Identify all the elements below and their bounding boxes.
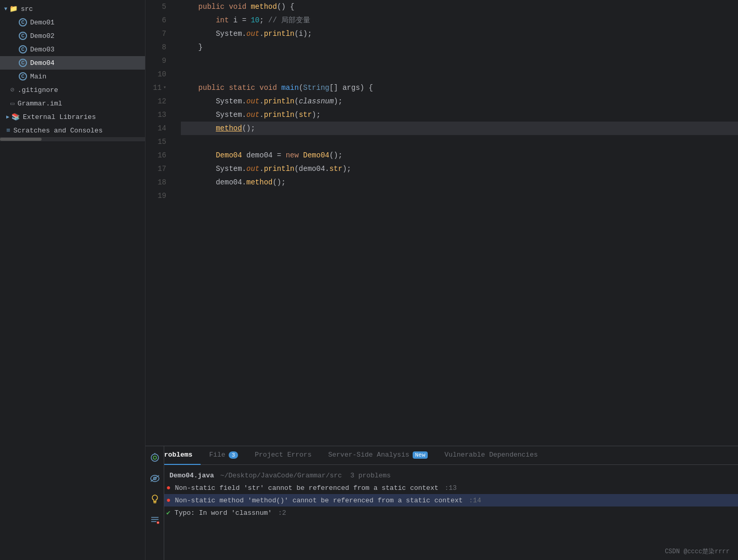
sidebar-item-scratches[interactable]: ≡ Scratches and Consoles <box>0 124 145 137</box>
problems-content: C Demo04.java ~/Desktop/JavaCode/Grammar… <box>146 465 738 523</box>
line-num-11: ▶ 11 ▾ <box>146 81 170 95</box>
line-num-12: 12 <box>146 95 170 108</box>
bulb-icon[interactable] <box>148 492 162 506</box>
problem-count: 3 problems <box>350 472 391 479</box>
tab-server-side[interactable]: Server-Side Analysis New <box>320 446 436 465</box>
tab-vulnerable[interactable]: Vulnerable Dependencies <box>436 446 546 465</box>
sidebar-item-label: Grammar.iml <box>18 100 62 108</box>
file-badge: 3 <box>229 451 239 459</box>
code-line-15 <box>181 135 738 149</box>
code-line-17: System.out.println(demo04.str); <box>181 162 738 176</box>
line-numbers: 5 6 7 8 9 10 ▶ 11 ▾ 12 13 14 15 16 <box>146 0 177 446</box>
sidebar-item-demo01[interactable]: C Demo01 <box>0 16 145 29</box>
problem-row-1[interactable]: ● Non-static field 'str' cannot be refer… <box>146 482 738 494</box>
sidebar-item-label: .gitignore <box>18 86 58 94</box>
sidebar-item-label: Demo01 <box>30 19 55 26</box>
sidebar-item-label: External Libraries <box>23 113 96 121</box>
file-name: Demo04.java <box>169 472 214 479</box>
credit: CSDN @cccc楚染rrrr <box>665 547 730 556</box>
code-line-11: public static void main(String[] args) { <box>181 81 738 95</box>
typo-icon: ✔ <box>166 509 170 517</box>
class-icon: C <box>19 18 27 26</box>
problem-text-1: Non-static field 'str' cannot be referen… <box>175 484 438 492</box>
sidebar-scrollbar[interactable] <box>0 137 145 141</box>
sidebar-item-label: Scratches and Consoles <box>14 127 103 135</box>
sidebar-item-label: Demo03 <box>30 46 55 54</box>
line-num-7: 7 <box>146 27 170 41</box>
code-line-14: method(); <box>181 122 738 135</box>
sidebar-item-demo02[interactable]: C Demo02 <box>0 29 145 43</box>
line-num-9: 9 <box>146 54 170 68</box>
eye-icon[interactable] <box>148 471 162 486</box>
expand-icon: ▶ <box>6 114 9 120</box>
file-row: C Demo04.java ~/Desktop/JavaCode/Grammar… <box>146 469 738 482</box>
code-line-6: int i = 10; // 局部变量 <box>181 14 738 27</box>
class-icon: C <box>19 59 27 67</box>
svg-point-0 <box>151 454 159 461</box>
iml-icon: ▭ <box>10 99 15 108</box>
code-content[interactable]: public void method() { int i = 10; // 局部… <box>177 0 738 446</box>
code-line-5: public void method() { <box>181 0 738 14</box>
problem-line-1: :13 <box>445 484 457 492</box>
collapse-icon: ▼ <box>4 6 7 12</box>
new-badge: New <box>413 451 428 459</box>
list-icon[interactable] <box>148 513 162 527</box>
file-path: ~/Desktop/JavaCode/Grammar/src <box>220 472 342 479</box>
problem-row-3[interactable]: ✔ Typo: In word 'classnum' :2 <box>146 506 738 519</box>
sidebar-item-grammarxml[interactable]: ▭ Grammar.iml <box>0 97 145 110</box>
line-num-10: 10 <box>146 68 170 81</box>
line-num-14: 14 <box>146 122 170 135</box>
line-num-8: 8 <box>146 41 170 54</box>
svg-point-1 <box>153 456 156 459</box>
sidebar-item-label: Demo02 <box>30 32 55 40</box>
class-icon: C <box>19 72 27 81</box>
problems-area: C Demo04.java ~/Desktop/JavaCode/Grammar… <box>146 465 738 560</box>
code-line-7: System.out.println(i); <box>181 27 738 41</box>
line-num-19: 19 <box>146 189 170 203</box>
code-line-8: } <box>181 41 738 54</box>
code-line-12: System.out.println(classnum); <box>181 95 738 108</box>
problem-text-2: Non-static method 'method()' cannot be r… <box>175 497 463 504</box>
sidebar-item-label: Demo04 <box>30 59 55 67</box>
tab-project-errors[interactable]: Project Errors <box>246 446 320 465</box>
src-label: src <box>21 5 33 13</box>
sidebar-item-demo03[interactable]: C Demo03 <box>0 43 145 56</box>
class-icon: C <box>19 32 27 40</box>
library-icon: 📚 <box>11 113 20 121</box>
sidebar-item-label: Main <box>30 73 46 81</box>
fold-button[interactable]: ▾ <box>163 81 166 95</box>
line-num-13: 13 <box>146 108 170 122</box>
code-editor: 5 6 7 8 9 10 ▶ 11 ▾ 12 13 14 15 16 <box>146 0 738 446</box>
sidebar-item-main[interactable]: C Main <box>0 70 145 83</box>
line-num-6: 6 <box>146 14 170 27</box>
problem-line-2: :14 <box>469 497 481 504</box>
code-line-19 <box>181 189 738 203</box>
line-num-15: 15 <box>146 135 170 149</box>
class-icon: C <box>19 45 27 54</box>
problem-text-3: Typo: In word 'classnum' <box>175 509 272 517</box>
file-tree: ▼ 📁 src C Demo01 C Demo02 C Demo03 C Dem… <box>0 0 146 560</box>
folder-icon: 📁 <box>9 5 18 13</box>
problem-row-2[interactable]: ● Non-static method 'method()' cannot be… <box>146 494 738 506</box>
gitignore-icon: ⊘ <box>10 86 15 94</box>
error-icon: ● <box>166 484 170 492</box>
code-line-18: demo04.method(); <box>181 176 738 189</box>
error-icon-2: ● <box>166 496 170 504</box>
code-line-16: Demo04 demo04 = new Demo04(); <box>181 149 738 162</box>
bottom-panel: Problems File 3 Project Errors Server-Si… <box>146 446 738 560</box>
sidebar-item-demo04[interactable]: C Demo04 <box>0 56 145 70</box>
line-num-17: 17 <box>146 162 170 176</box>
sidebar-item-external-libraries[interactable]: ▶ 📚 External Libraries <box>0 110 145 124</box>
code-line-10 <box>181 68 738 81</box>
sidebar-item-gitignore[interactable]: ⊘ .gitignore <box>0 83 145 97</box>
problem-line-3: :2 <box>278 509 286 517</box>
src-folder[interactable]: ▼ 📁 src <box>0 2 145 16</box>
tabs-bar: Problems File 3 Project Errors Server-Si… <box>146 446 738 465</box>
tab-file[interactable]: File 3 <box>201 446 246 465</box>
line-num-16: 16 <box>146 149 170 162</box>
scrollbar-thumb <box>0 138 42 141</box>
scratches-icon: ≡ <box>6 127 10 135</box>
line-num-18: 18 <box>146 176 170 189</box>
inspect-icon[interactable] <box>148 450 162 465</box>
code-line-13: System.out.println(str); <box>181 108 738 122</box>
